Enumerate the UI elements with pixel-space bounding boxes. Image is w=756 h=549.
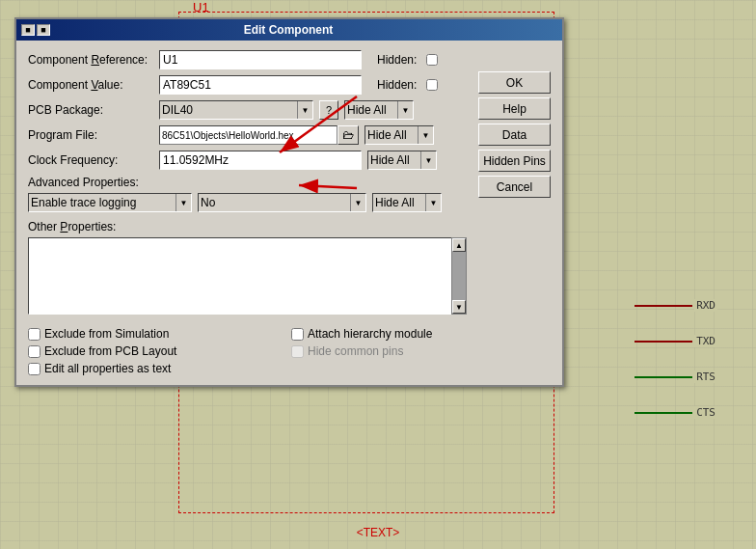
scroll-down-button[interactable]: ▼ <box>452 300 466 314</box>
attach-hierarchy-label: Attach hierarchy module <box>308 327 432 341</box>
attach-hierarchy-row: Attach hierarchy module <box>291 327 551 341</box>
cancel-button[interactable]: Cancel <box>478 176 551 198</box>
pin-rts: RTS <box>634 371 717 383</box>
attach-hierarchy-checkbox[interactable] <box>291 328 304 341</box>
hide-common-pins-checkbox <box>291 345 304 358</box>
pcb-package-row: PCB Package: DIL40 ▼ ? Hide All ▼ <box>28 100 551 120</box>
hide-all-select-wrapper-3: Hide All ▼ <box>367 151 437 170</box>
other-props-scrollbar[interactable]: ▲ ▼ <box>451 237 467 315</box>
bottom-checkboxes: Exclude from Simulation Attach hierarchy… <box>28 327 551 375</box>
pcb-question-button[interactable]: ? <box>319 100 338 120</box>
advanced-value-select-wrapper: No ▼ <box>198 193 366 212</box>
edit-all-props-checkbox[interactable] <box>28 363 40 375</box>
pcb-package-select-wrapper: DIL40 ▼ <box>159 100 313 120</box>
component-value-input[interactable] <box>159 75 362 95</box>
hide-all-select-1[interactable]: Hide All <box>344 100 414 120</box>
component-reference-input[interactable] <box>159 50 362 69</box>
hide-common-pins-row: Hide common pins <box>291 344 551 358</box>
edit-all-props-row: Edit all properties as text <box>28 362 287 375</box>
exclude-simulation-label: Exclude from Simulation <box>44 327 169 341</box>
dialog-titlebar: ■ ■ Edit Component <box>16 19 562 41</box>
pin-rxd: RXD <box>634 299 717 312</box>
ok-button[interactable]: OK <box>478 71 551 94</box>
hide-all-select-wrapper-1: Hide All ▼ <box>344 100 414 120</box>
exclude-pcb-row: Exclude from PCB Layout <box>28 344 287 358</box>
folder-icon: 🗁 <box>342 128 354 142</box>
other-properties-container: ▲ ▼ <box>28 237 551 317</box>
pin-cts: CTS <box>634 406 717 419</box>
hidden-pins-button[interactable]: Hidden Pins <box>478 150 551 172</box>
hide-all-select-wrapper-4: Hide All ▼ <box>372 193 442 212</box>
scroll-up-button[interactable]: ▲ <box>452 238 466 252</box>
browse-button[interactable]: 🗁 <box>338 125 359 145</box>
edit-component-dialog: ■ ■ Edit Component OK Help Data Hidden P… <box>14 17 564 387</box>
hidden-checkbox-2[interactable] <box>426 79 438 91</box>
advanced-value-select[interactable]: No <box>198 193 366 212</box>
clock-frequency-input[interactable] <box>159 151 362 170</box>
pcb-package-label: PCB Package: <box>28 103 153 117</box>
advanced-name-select[interactable]: Enable trace logging <box>28 193 192 212</box>
data-button[interactable]: Data <box>478 124 551 146</box>
clock-frequency-label: Clock Frequency: <box>28 153 153 167</box>
dialog-title: Edit Component <box>50 23 526 37</box>
titlebar-btn-maximize[interactable]: ■ <box>37 24 50 36</box>
edit-all-props-label: Edit all properties as text <box>44 362 171 375</box>
component-value-label: Component Value: <box>28 78 153 92</box>
action-buttons: OK Help Data Hidden Pins Cancel <box>478 71 551 198</box>
hidden-label-2: Hidden: <box>377 78 417 92</box>
pcb-package-select[interactable]: DIL40 <box>159 100 313 120</box>
component-reference-label: Component Reference: <box>28 53 153 67</box>
pin-txd: TXD <box>634 335 717 347</box>
hide-all-select-3[interactable]: Hide All <box>367 151 437 170</box>
program-file-row: Program File: 86C51\Objects\HelloWorld.h… <box>28 125 551 145</box>
hide-all-select-wrapper-2: Hide All ▼ <box>364 125 434 145</box>
advanced-name-select-wrapper: Enable trace logging ▼ <box>28 193 192 212</box>
titlebar-btn-minimize[interactable]: ■ <box>21 24 35 36</box>
exclude-simulation-checkbox[interactable] <box>28 328 40 341</box>
hide-common-pins-label: Hide common pins <box>308 344 403 358</box>
other-properties-textarea[interactable] <box>28 237 454 315</box>
u1-component-label: U1 <box>193 0 209 14</box>
program-file-label: Program File: <box>28 128 153 142</box>
exclude-simulation-row: Exclude from Simulation <box>28 327 287 341</box>
hide-all-select-2[interactable]: Hide All <box>364 125 434 145</box>
component-reference-row: Component Reference: Hidden: <box>28 50 551 69</box>
exclude-pcb-label: Exclude from PCB Layout <box>44 344 176 358</box>
hidden-label-1: Hidden: <box>377 53 417 67</box>
hidden-checkbox-1[interactable] <box>426 54 438 66</box>
clock-frequency-row: Clock Frequency: Hide All ▼ <box>28 151 551 170</box>
component-value-row: Component Value: Hidden: <box>28 75 551 95</box>
bottom-text-label: <TEXT> <box>357 526 400 539</box>
dialog-body: OK Help Data Hidden Pins Cancel Componen… <box>16 41 562 385</box>
titlebar-buttons: ■ ■ <box>21 24 50 36</box>
hide-all-select-4[interactable]: Hide All <box>372 193 442 212</box>
program-file-wrapper: 86C51\Objects\HelloWorld.hex 🗁 <box>159 125 359 145</box>
advanced-properties-row: Enable trace logging ▼ No ▼ Hide All ▼ <box>28 193 551 212</box>
program-file-display: 86C51\Objects\HelloWorld.hex <box>159 125 338 145</box>
other-properties-label: Other Properties: <box>28 220 551 233</box>
help-button[interactable]: Help <box>478 97 551 120</box>
scroll-track <box>452 252 466 300</box>
exclude-pcb-checkbox[interactable] <box>28 345 40 358</box>
advanced-properties-label: Advanced Properties: <box>28 176 551 189</box>
